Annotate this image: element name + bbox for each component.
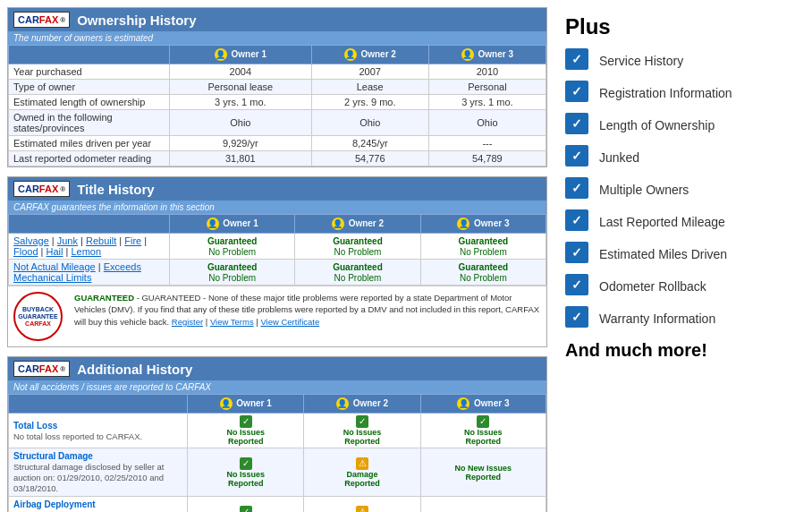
additional-owner1-header: 👤 Owner 1 bbox=[188, 395, 304, 414]
title-link[interactable]: Rebuilt bbox=[86, 235, 116, 246]
plus-items-list: ✓ Service History ✓ Registration Informa… bbox=[565, 48, 801, 331]
owner2-header: 👤 Owner 2 bbox=[311, 46, 428, 64]
ownership-row: Year purchased 2004 2007 2010 bbox=[9, 64, 546, 80]
plus-item-text: Junked bbox=[599, 150, 639, 165]
plus-item: ✓ Length of Ownership bbox=[565, 113, 801, 138]
check-icon: ✓ bbox=[565, 48, 590, 73]
ownership-row: Owned in the following states/provinces … bbox=[9, 110, 546, 136]
ownership-section: CARFAX® Ownership History The number of … bbox=[7, 7, 547, 167]
plus-item: ✓ Junked bbox=[565, 145, 801, 170]
title-owner2-header: 👤 Owner 2 bbox=[295, 215, 420, 234]
title-header: CARFAX® Title History bbox=[8, 177, 546, 201]
title-owner3-header: 👤 Owner 3 bbox=[420, 215, 546, 234]
plus-title: Plus bbox=[565, 14, 801, 39]
title-empty-header bbox=[9, 215, 170, 234]
title-link[interactable]: Lemon bbox=[71, 246, 101, 257]
carfax-logo: CARFAX® bbox=[13, 12, 70, 28]
title-section-title: Title History bbox=[77, 182, 154, 197]
ownership-row: Type of owner Personal lease Lease Perso… bbox=[9, 80, 546, 95]
carfax-logo-3: CARFAX® bbox=[13, 361, 70, 377]
check-icon: ✓ bbox=[565, 306, 590, 331]
check-icon: ✓ bbox=[565, 81, 590, 106]
additional-row: Total Loss No total loss reported to CAR… bbox=[9, 414, 546, 448]
buyback-link[interactable]: View Terms bbox=[210, 317, 254, 327]
additional-row: Structural Damage Structural damage disc… bbox=[9, 448, 546, 497]
title-link[interactable]: Fire bbox=[124, 235, 141, 246]
additional-empty-header bbox=[9, 395, 188, 414]
plus-item: ✓ Warranty Information bbox=[565, 306, 801, 331]
additional-section: CARFAX® Additional History Not all accid… bbox=[7, 356, 547, 512]
buyback-link[interactable]: View Certificate bbox=[260, 317, 319, 327]
owner1-header: 👤 Owner 1 bbox=[170, 46, 312, 64]
buyback-section: BUYBACKGUARANTEE CARFAX GUARANTEED - GUA… bbox=[8, 286, 546, 346]
additional-row: Airbag Deployment Airbag deployment disc… bbox=[9, 497, 546, 513]
check-icon: ✓ bbox=[477, 415, 489, 428]
plus-item-text: Multiple Owners bbox=[599, 183, 689, 197]
plus-item: ✓ Registration Information bbox=[565, 81, 801, 106]
additional-subheader: Not all accidents / issues are reported … bbox=[8, 380, 546, 394]
ownership-row: Estimated length of ownership 3 yrs. 1 m… bbox=[9, 95, 546, 110]
check-icon: ✓ bbox=[240, 415, 252, 428]
check-icon: ✓ bbox=[565, 177, 590, 202]
ownership-header: CARFAX® Ownership History bbox=[8, 8, 546, 31]
plus-item: ✓ Service History bbox=[565, 48, 801, 73]
additional-header: CARFAX® Additional History bbox=[8, 357, 546, 380]
title-row-2: Not Actual Mileage | Exceeds Mechanical … bbox=[9, 260, 546, 286]
plus-item-text: Estimated Miles Driven bbox=[599, 247, 727, 261]
title-table: 👤 Owner 1 👤 Owner 2 👤 Owner 3 Salvage | … bbox=[8, 214, 546, 286]
plus-item: ✓ Multiple Owners bbox=[565, 177, 801, 202]
warning-icon: ⚠ bbox=[356, 506, 368, 513]
buyback-text: GUARANTEED - GUARANTEED - None of these … bbox=[74, 292, 541, 328]
check-icon: ✓ bbox=[565, 274, 590, 299]
warning-icon: ⚠ bbox=[356, 457, 368, 470]
buyback-logo: BUYBACKGUARANTEE CARFAX bbox=[13, 292, 67, 341]
right-panel: Plus ✓ Service History ✓ Registration In… bbox=[554, 0, 812, 512]
title-section: CARFAX® Title History CARFAX guarantees … bbox=[7, 176, 547, 347]
ownership-title: Ownership History bbox=[77, 13, 196, 28]
title-link2[interactable]: Not Actual Mileage bbox=[13, 261, 96, 272]
additional-owner3-header: 👤 Owner 3 bbox=[420, 395, 546, 414]
title-link[interactable]: Flood bbox=[13, 246, 38, 257]
check-icon: ✓ bbox=[240, 506, 252, 513]
check-icon: ✓ bbox=[356, 415, 368, 428]
check-icon: ✓ bbox=[565, 209, 590, 235]
ownership-row: Estimated miles driven per year 9,929/yr… bbox=[9, 136, 546, 151]
plus-item: ✓ Estimated Miles Driven bbox=[565, 242, 801, 267]
check-icon: ✓ bbox=[240, 457, 252, 470]
title-link[interactable]: Hail bbox=[47, 246, 63, 257]
check-icon: ✓ bbox=[565, 145, 590, 170]
plus-item-text: Last Reported Mileage bbox=[599, 215, 725, 229]
carfax-logo-2: CARFAX® bbox=[13, 181, 70, 197]
check-icon: ✓ bbox=[565, 242, 590, 267]
plus-item-text: Registration Information bbox=[599, 86, 732, 100]
plus-item-text: Warranty Information bbox=[599, 311, 715, 326]
plus-item-text: Odometer Rollback bbox=[599, 279, 706, 294]
ownership-subheader: The number of owners is estimated bbox=[8, 31, 546, 45]
additional-table: 👤 Owner 1 👤 Owner 2 👤 Owner 3 Total Loss… bbox=[8, 394, 546, 512]
plus-item-text: Length of Ownership bbox=[599, 118, 715, 132]
owner3-header: 👤 Owner 3 bbox=[428, 46, 546, 64]
title-row-1: Salvage | Junk | Rebuilt | Fire | Flood … bbox=[9, 234, 546, 260]
title-link[interactable]: Salvage bbox=[13, 235, 49, 246]
buyback-link[interactable]: Register bbox=[172, 317, 203, 327]
and-more: And much more! bbox=[565, 340, 801, 361]
additional-title: Additional History bbox=[77, 362, 192, 377]
plus-item: ✓ Odometer Rollback bbox=[565, 274, 801, 299]
additional-owner2-header: 👤 Owner 2 bbox=[304, 395, 420, 414]
title-subheader: CARFAX guarantees the information in thi… bbox=[8, 201, 546, 214]
ownership-row: Last reported odometer reading 31,801 54… bbox=[9, 151, 546, 166]
title-link[interactable]: Junk bbox=[57, 235, 78, 246]
empty-header bbox=[9, 46, 170, 64]
check-icon: ✓ bbox=[565, 113, 590, 138]
plus-item-text: Service History bbox=[599, 54, 683, 68]
title-owner1-header: 👤 Owner 1 bbox=[170, 215, 295, 234]
ownership-table: 👤 Owner 1 👤 Owner 2 👤 Owner 3 Year purch… bbox=[8, 45, 546, 166]
plus-item: ✓ Last Reported Mileage bbox=[565, 209, 801, 235]
